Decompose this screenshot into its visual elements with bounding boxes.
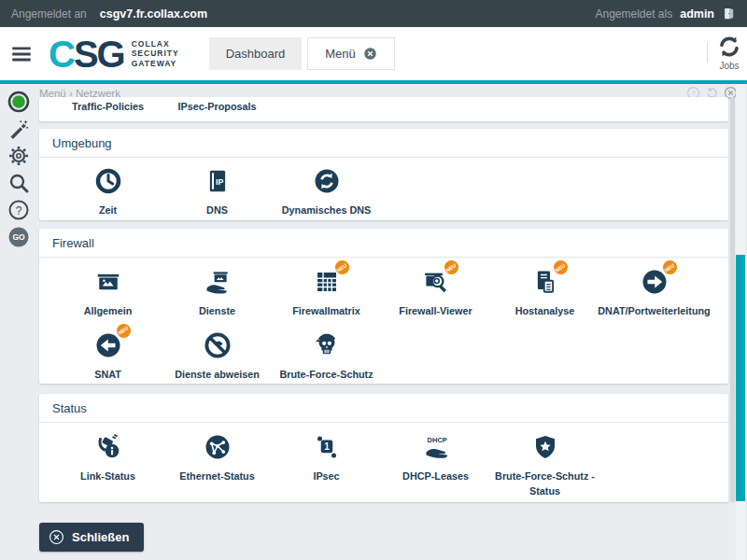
menu-item-label: Link-Status — [80, 469, 135, 484]
menu-item[interactable]: IPsec-Proposals — [162, 100, 272, 115]
menu-item-label: Zeit — [99, 203, 117, 218]
menu-item[interactable]: Ethernet-Status — [162, 431, 272, 498]
menu-item[interactable]: NEUHostanalyse — [490, 266, 599, 319]
menu-dialog: Traffic-PoliciesIPsec-Proposals Umgebung… — [39, 97, 728, 502]
menu-item[interactable]: IPDNS — [162, 165, 272, 218]
menu-item[interactable]: 1IPsec — [272, 431, 381, 498]
close-button[interactable]: Schließen — [39, 523, 144, 552]
logged-in-at-label: Angemeldet an — [11, 7, 87, 21]
menu-item[interactable]: NEUSNAT — [53, 329, 162, 383]
go-icon: GO — [7, 226, 30, 248]
shield-star-icon — [531, 433, 559, 461]
plug-info-icon — [94, 433, 122, 461]
menu-item-label: Dienste abweisen — [175, 368, 260, 383]
menu-item[interactable]: Dienste abweisen — [162, 329, 272, 383]
tab-dashboard[interactable]: Dashboard — [209, 37, 303, 70]
menu-item[interactable]: NEUDNAT/Portweiterleitung — [599, 266, 709, 319]
menu-item[interactable]: DHCPDHCP-Leases — [381, 431, 490, 498]
hand-wall-icon — [204, 268, 232, 296]
menu-item-label: IPsec-Proposals — [177, 100, 256, 115]
logo-letters-sg: SG — [74, 34, 124, 75]
ipsec-tunnel-icon: 1 — [313, 433, 341, 461]
sync-circle-icon — [313, 167, 341, 195]
page-scrollbar-track[interactable] — [736, 84, 745, 560]
menu-item-label: SNAT — [94, 368, 121, 383]
sidebar-item-go[interactable]: GO — [7, 226, 30, 248]
menu-item-label: Brute-Force-Schutz — [279, 368, 373, 383]
search-icon — [7, 172, 30, 194]
svg-text:1: 1 — [324, 441, 330, 452]
dns-book-icon: IP — [204, 167, 232, 195]
header-tabs: Dashboard Menü — [209, 37, 395, 70]
menu-item-label: Dienste — [199, 304, 235, 319]
jobs-label: Jobs — [719, 61, 739, 71]
menu-item-label: DHCP-Leases — [402, 469, 469, 484]
section-status: StatusLink-StatusEthernet-Status1IPsecDH… — [39, 394, 728, 502]
tab-menu[interactable]: Menü — [307, 37, 395, 70]
sidebar-item-status-green[interactable] — [7, 91, 30, 113]
svg-text:?: ? — [16, 204, 22, 217]
logout-door-icon[interactable] — [722, 7, 736, 21]
sidebar-item-wand[interactable] — [7, 118, 30, 140]
topbar: Angemeldet an csgv7.fr.collax.com Angeme… — [0, 0, 747, 27]
menu-item[interactable]: Dienste — [162, 266, 272, 319]
menu-item[interactable]: Allgemein — [53, 266, 162, 319]
hostname: csgv7.fr.collax.com — [100, 7, 207, 21]
menu-item-label: Firewall-Viewer — [399, 304, 472, 319]
section-firewall: FirewallAllgemeinDiensteNEUFirewallmatri… — [39, 229, 728, 384]
section-umgebung: UmgebungZeitIPDNSDynamisches DNS — [39, 129, 728, 220]
help-icon: ? — [7, 199, 30, 221]
menu-item[interactable]: Dynamisches DNS — [272, 165, 381, 218]
page-scrollbar-thumb[interactable] — [736, 255, 745, 501]
menu-item-label: Traffic-Policies — [72, 100, 144, 115]
svg-text:GO: GO — [12, 232, 25, 242]
new-badge: NEU — [554, 260, 568, 274]
panel-partial: Traffic-PoliciesIPsec-Proposals — [39, 97, 728, 121]
section-title: Firewall — [39, 229, 728, 258]
app-logo: CSG COLLAX SECURITY GATEWAY — [49, 35, 179, 73]
hamburger-icon[interactable] — [9, 42, 34, 66]
menu-item[interactable]: Brute-Force-Schutz — [272, 329, 381, 383]
menu-item[interactable]: NEUFirewallmatrix — [272, 266, 381, 319]
new-badge: NEU — [117, 324, 131, 338]
sidebar-item-help[interactable]: ? — [7, 199, 30, 221]
dhcp-hand-icon: DHCP — [422, 433, 450, 461]
tab-close-icon[interactable] — [363, 47, 377, 61]
header: CSG COLLAX SECURITY GATEWAY Dashboard Me… — [0, 27, 747, 80]
menu-item[interactable]: Zeit — [53, 165, 162, 218]
svg-text:IP: IP — [216, 177, 223, 187]
menu-item-label: Brute-Force-Schutz - Status — [486, 469, 604, 498]
menu-item[interactable]: Link-Status — [53, 431, 162, 498]
pirate-skull-icon — [313, 331, 341, 359]
app-window: Angemeldet an csgv7.fr.collax.com Angeme… — [0, 0, 747, 560]
menu-item-label: Dynamisches DNS — [282, 203, 371, 218]
menu-item[interactable]: NEUFirewall-Viewer — [381, 266, 490, 319]
accent-divider — [0, 80, 747, 84]
username: admin — [680, 7, 714, 21]
new-badge: NEU — [663, 260, 677, 274]
reject-circle-icon — [204, 331, 232, 359]
firewall-wall-icon — [94, 268, 122, 296]
section-title: Status — [39, 394, 728, 423]
wand-icon — [7, 118, 30, 140]
logo-subtitle: COLLAX SECURITY GATEWAY — [132, 39, 179, 69]
dialog-scrollbar[interactable] — [730, 97, 735, 502]
menu-item[interactable]: Traffic-Policies — [53, 100, 162, 115]
menu-item-label: DNS — [206, 203, 228, 218]
new-badge: NEU — [444, 260, 458, 274]
sidebar-item-gear[interactable] — [7, 145, 30, 167]
gear-icon — [7, 145, 30, 167]
jobs-sync-icon — [717, 35, 741, 59]
menu-item-label: IPsec — [313, 469, 339, 484]
clock-icon — [94, 167, 122, 195]
close-icon — [49, 529, 64, 545]
jobs-button[interactable]: Jobs — [717, 35, 741, 71]
menu-item-label: Ethernet-Status — [179, 469, 254, 484]
menu-item-label: Hostanalyse — [515, 304, 575, 319]
menu-item-label: Allgemein — [84, 304, 133, 319]
section-title: Umgebung — [39, 129, 728, 158]
menu-item[interactable]: Brute-Force-Schutz - Status — [490, 431, 599, 498]
sidebar-item-search[interactable] — [7, 172, 30, 194]
svg-text:DHCP: DHCP — [427, 436, 446, 444]
svg-text:?: ? — [691, 89, 695, 97]
